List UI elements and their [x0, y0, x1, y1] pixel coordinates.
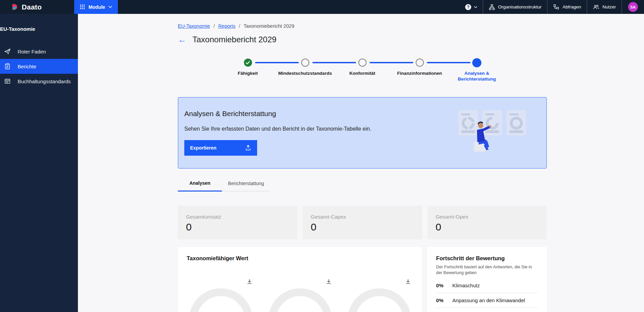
- stat-card-gesamtumsatz: Gesamtumsatz 0: [178, 206, 297, 239]
- stat-label: Gesamt-Opex: [436, 214, 539, 220]
- donut-block: 0%: [268, 278, 332, 312]
- sidebar-item-label: Berichte: [18, 64, 36, 69]
- step-label: Mindestschutzstandards: [278, 71, 332, 76]
- taxonomiefaehiger-wert-card: Taxonomiefähiger Wert 0%: [178, 247, 422, 312]
- stat-value: 0: [311, 221, 414, 233]
- back-button[interactable]: ←: [178, 36, 186, 44]
- module-button[interactable]: Module: [74, 0, 118, 14]
- progress-row-klimaschutz: 0% Klimaschutz: [436, 278, 538, 293]
- tab-berichterstattung[interactable]: Berichterstattung: [222, 176, 270, 192]
- progress-row-anpassung: 0% Anpassung an den Klimawandel: [436, 293, 538, 308]
- clipboard-icon: [4, 63, 11, 70]
- sidebar-section-title: EU-Taxonomie: [0, 26, 78, 32]
- org-structure-icon: [489, 4, 495, 10]
- stat-value: 0: [436, 221, 539, 233]
- breadcrumb-separator: /: [213, 23, 215, 29]
- avatar-container: SA: [622, 0, 644, 14]
- progress-percent: 0%: [436, 297, 446, 303]
- step-label: Analysen & Berichterstattung: [450, 71, 504, 82]
- progress-rows: 0% Klimaschutz 0% Anpassung an den Klima…: [436, 278, 538, 308]
- sidebar-item-label: Roter Faden: [18, 49, 46, 54]
- card-title: Fortschritt der Bewertung: [436, 255, 538, 262]
- module-button-label: Module: [88, 4, 105, 10]
- daato-logo[interactable]: Daato: [12, 0, 42, 14]
- donut-block: 0%: [189, 278, 253, 312]
- paper-plane-icon: [4, 48, 11, 55]
- sidebar-item-label: Buchhaltungsstandards: [18, 79, 71, 84]
- export-button-label: Exportieren: [190, 145, 216, 151]
- breadcrumb-current: Taxonomiebericht 2029: [244, 23, 294, 29]
- export-icon: [245, 144, 251, 151]
- step-label: Fähigkeit: [238, 71, 258, 76]
- download-icon[interactable]: [246, 278, 253, 285]
- export-button[interactable]: Exportieren: [184, 140, 257, 156]
- step-circle: [358, 59, 367, 67]
- sidebar-item-berichte[interactable]: Berichte: [0, 59, 78, 74]
- progress-percent: 0%: [436, 283, 446, 288]
- donut-chart: 0%: [189, 288, 253, 312]
- nav-label: Organisationsstruktur: [498, 4, 541, 9]
- stat-label: Gesamtumsatz: [186, 214, 289, 220]
- main-area: EU-Taxonomie / Reports / Taxonomieberich…: [78, 14, 644, 312]
- sidebar-item-buchhaltungsstandards[interactable]: Buchhaltungsstandards: [0, 74, 78, 89]
- nav-label: Nutzer: [602, 4, 616, 9]
- help-menu[interactable]: ?: [460, 0, 483, 14]
- banner-illustration: [458, 110, 527, 153]
- stepper-connector: [427, 62, 471, 63]
- analysen-banner-card: Analysen & Berichterstattung Sehen Sie I…: [178, 97, 547, 169]
- stat-value: 0: [186, 221, 289, 233]
- stepper: Fähigkeit Mindestschutzstandards Konform…: [178, 58, 547, 82]
- tab-label: Analysen: [189, 180, 210, 186]
- nav-nutzer[interactable]: Nutzer: [587, 0, 622, 14]
- stat-card-gesamt-opex: Gesamt-Opex 0: [428, 206, 547, 239]
- help-icon: ?: [465, 4, 471, 10]
- card-subtitle: Der Fortschritt basiert auf den Antworte…: [436, 264, 538, 276]
- tab-analysen[interactable]: Analysen: [178, 176, 222, 192]
- breadcrumb-separator: /: [239, 23, 240, 29]
- sidebar-item-roter-faden[interactable]: Roter Faden: [0, 44, 78, 59]
- donut-charts: 0% 0%: [187, 278, 413, 312]
- fortschritt-card: Fortschritt der Bewertung Der Fortschrit…: [427, 247, 547, 312]
- stat-label: Gesamt-Capex: [311, 214, 414, 220]
- sidebar: EU-Taxonomie Roter Faden Berichte: [0, 14, 78, 312]
- daato-logo-icon: [12, 4, 18, 10]
- download-icon[interactable]: [325, 278, 332, 285]
- breadcrumb-link-reports[interactable]: Reports: [218, 23, 235, 29]
- stepper-step-faehigkeit[interactable]: Fähigkeit: [219, 58, 276, 82]
- user-avatar[interactable]: SA: [628, 2, 638, 12]
- ledger-icon: [4, 78, 11, 85]
- donut-chart: 0%: [268, 288, 332, 312]
- stepper-connector: [255, 62, 299, 63]
- chevron-down-icon: [474, 6, 477, 8]
- progress-label: Klimaschutz: [452, 283, 480, 288]
- nav-abfragen[interactable]: Abfragen: [547, 0, 587, 14]
- grid-icon: [80, 4, 85, 9]
- step-label: Konformität: [349, 71, 375, 76]
- stepper-step-finanzinformationen[interactable]: Finanzinformationen: [391, 58, 448, 82]
- stepper-step-mindestschutzstandards[interactable]: Mindestschutzstandards: [276, 58, 334, 82]
- step-circle: [301, 59, 309, 67]
- card-title: Taxonomiefähiger Wert: [187, 255, 413, 262]
- breadcrumb-link-eu-taxonomie[interactable]: EU-Taxonomie: [178, 23, 210, 29]
- progress-label: Anpassung an den Klimawandel: [452, 297, 525, 303]
- donut-chart: 0%: [348, 288, 411, 312]
- stepper-step-konformitaet[interactable]: Konformität: [334, 58, 391, 82]
- stepper-connector: [312, 62, 356, 63]
- workflow-icon: [553, 4, 559, 10]
- stepper-connector: [370, 62, 413, 63]
- chevron-down-icon: [108, 6, 112, 8]
- stats-row: Gesamtumsatz 0 Gesamt-Capex 0 Gesamt-Ope…: [178, 206, 547, 239]
- step-circle-current: [472, 58, 481, 67]
- breadcrumb: EU-Taxonomie / Reports / Taxonomieberich…: [178, 23, 547, 29]
- page-title: Taxonomiebericht 2029: [192, 35, 276, 44]
- sidebar-nav: Roter Faden Berichte Buchhaltungsstand: [0, 44, 78, 89]
- logo-text: Daato: [22, 3, 42, 11]
- tab-label: Berichterstattung: [228, 181, 264, 186]
- tab-bar: Analysen Berichterstattung: [178, 176, 270, 192]
- download-icon[interactable]: [404, 278, 411, 285]
- nav-organisationsstruktur[interactable]: Organisationsstruktur: [483, 0, 547, 14]
- nav-label: Abfragen: [562, 4, 581, 9]
- topbar-right-nav: ? Organisationsstruktur: [460, 0, 644, 14]
- stepper-step-analysen-berichterstattung[interactable]: Analysen & Berichterstattung: [448, 58, 505, 82]
- users-icon: [593, 4, 599, 10]
